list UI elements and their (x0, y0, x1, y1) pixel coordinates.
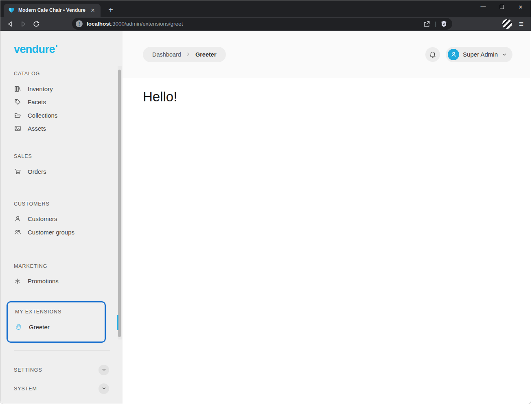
user-icon (14, 215, 21, 223)
sidebar-item-promotions[interactable]: Promotions (0, 275, 123, 288)
maximize-button[interactable] (493, 0, 511, 13)
asterisk-icon (14, 278, 21, 285)
bell-icon (429, 51, 436, 58)
vendure-favicon-heart-icon (8, 7, 15, 13)
active-item-indicator (117, 315, 118, 330)
sidebar-item-customers[interactable]: Customers (0, 212, 123, 226)
breadcrumb-chevron-icon (186, 52, 190, 57)
browser-toolbar: ! localhost:3000/admin/extensions/greet … (0, 17, 531, 31)
browser-tab[interactable]: Modern Cafe Chair • Vendure ✕ (4, 4, 101, 17)
close-window-button[interactable]: ✕ (511, 0, 530, 13)
toolbar-separator: | (435, 20, 436, 27)
my-extensions-highlight-box: MY EXTENSIONS Greeter (7, 301, 106, 343)
reload-icon[interactable] (32, 20, 41, 28)
vendure-admin-app: vendure CATALOG Inventory Facets (0, 31, 531, 404)
browser-window: Modern Cafe Chair • Vendure ✕ + — ✕ ! lo… (0, 0, 531, 404)
tab-close-icon[interactable]: ✕ (89, 7, 96, 14)
section-customers: CUSTOMERS (14, 201, 123, 207)
settings-expand-button[interactable] (99, 365, 109, 375)
main-header: Dashboard Greeter Super Admin (123, 31, 531, 78)
sidebar-divider (14, 350, 110, 351)
site-info-icon[interactable]: ! (76, 20, 83, 27)
main-area: Dashboard Greeter Super Admin (123, 31, 531, 404)
section-sales: SALES (14, 153, 123, 159)
sidebar-item-inventory[interactable]: Inventory (0, 82, 123, 96)
minimize-button[interactable]: — (474, 0, 493, 13)
sidebar-section-system[interactable]: SYSTEM (14, 382, 109, 396)
logo-dot (56, 45, 57, 47)
image-icon (14, 125, 21, 132)
breadcrumb-greeter: Greeter (195, 51, 217, 58)
user-avatar-icon (448, 49, 459, 60)
sidebar-item-orders[interactable]: Orders (0, 165, 123, 178)
brave-shield-icon[interactable] (440, 20, 447, 28)
cart-icon (14, 168, 21, 175)
chevron-down-icon (101, 386, 107, 391)
section-my-extensions: MY EXTENSIONS (15, 309, 105, 315)
url-host: localhost (87, 21, 111, 27)
back-icon[interactable] (6, 20, 15, 28)
library-icon (14, 85, 21, 92)
new-tab-button[interactable]: + (105, 4, 116, 15)
browser-profile-avatar[interactable] (502, 19, 512, 29)
tab-strip: Modern Cafe Chair • Vendure ✕ + — ✕ (0, 0, 531, 17)
chevron-down-icon (101, 367, 107, 372)
user-menu-button[interactable]: Super Admin (446, 47, 512, 62)
user-name: Super Admin (463, 51, 498, 58)
address-bar[interactable]: ! localhost:3000/admin/extensions/greet … (72, 18, 452, 30)
vendure-logo[interactable]: vendure (14, 43, 123, 56)
breadcrumb: Dashboard Greeter (143, 47, 226, 62)
nav-buttons (0, 20, 72, 28)
tab-title: Modern Cafe Chair • Vendure (18, 7, 89, 13)
url-actions: | (423, 20, 447, 28)
browser-menu-icon[interactable]: ≡ (519, 20, 523, 28)
hand-icon (15, 323, 22, 331)
notifications-button[interactable] (425, 47, 440, 62)
sidebar-scrollbar-thumb[interactable] (118, 70, 121, 337)
share-icon[interactable] (423, 20, 431, 28)
system-expand-button[interactable] (99, 383, 109, 394)
header-actions: Super Admin (425, 47, 512, 62)
section-marketing: MARKETING (14, 263, 123, 269)
sidebar-item-customer-groups[interactable]: Customer groups (0, 225, 123, 239)
sidebar-item-assets[interactable]: Assets (0, 122, 123, 136)
greeting-heading: Hello! (143, 89, 531, 105)
toolbar-right: ≡ (502, 19, 527, 29)
page-content: Hello! (123, 78, 531, 105)
forward-icon[interactable] (19, 20, 28, 28)
users-icon (14, 228, 21, 236)
sidebar: vendure CATALOG Inventory Facets (0, 31, 123, 404)
sidebar-item-collections[interactable]: Collections (0, 109, 123, 122)
sidebar-item-greeter[interactable]: Greeter (8, 320, 105, 334)
section-catalog: CATALOG (14, 71, 123, 77)
breadcrumb-dashboard[interactable]: Dashboard (152, 51, 181, 58)
sidebar-section-settings[interactable]: SETTINGS (14, 363, 109, 377)
folder-icon (14, 112, 21, 119)
url-text[interactable]: localhost:3000/admin/extensions/greet (87, 21, 423, 27)
tag-icon (14, 99, 21, 106)
url-path: :3000/admin/extensions/greet (111, 21, 183, 27)
chevron-down-icon (501, 52, 507, 57)
sidebar-item-facets[interactable]: Facets (0, 96, 123, 109)
window-controls: — ✕ (474, 0, 530, 13)
maximize-icon (500, 5, 504, 9)
